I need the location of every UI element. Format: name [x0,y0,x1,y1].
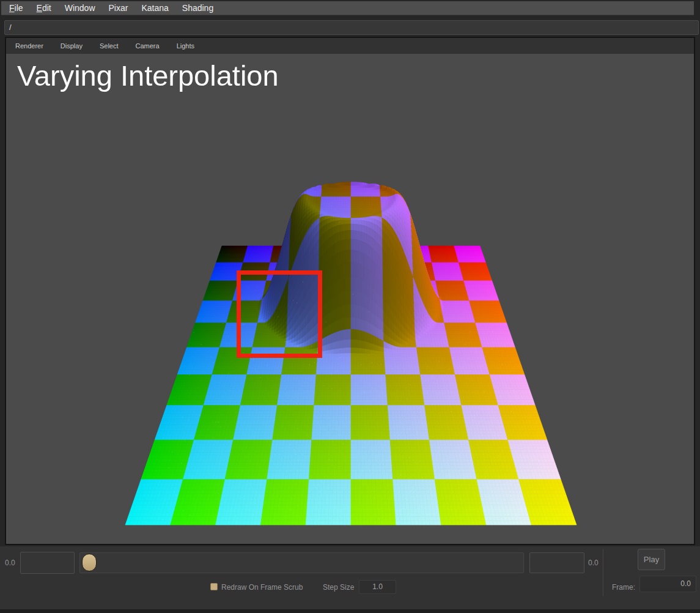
redraw-label: Redraw On Frame Scrub [221,583,303,592]
katana-viewer-window: { "window": { "background": "#262626" },… [0,0,700,613]
frame-slider-handle[interactable] [82,554,97,571]
menu-item-katana[interactable]: Katana [134,1,175,15]
frame-input[interactable]: 0.0 [639,576,696,592]
range-end-label: 0.0 [588,559,599,567]
viewport-menu-display[interactable]: Display [52,38,91,54]
range-start-input[interactable] [20,552,75,574]
range-end-input[interactable] [529,552,584,573]
viewport-menu-renderer[interactable]: Renderer [6,38,52,54]
menu-item-pixar[interactable]: Pixar [102,1,135,15]
viewport-menu-camera[interactable]: Camera [127,38,168,54]
scene-path-input[interactable]: / [4,20,699,35]
frame-slider[interactable] [79,552,524,573]
viewport[interactable]: Varying Interpolation [6,54,694,544]
menu-item-window[interactable]: Window [58,1,102,15]
viewport-menu-lights[interactable]: Lights [168,38,203,54]
render-title-overlay: Varying Interpolation [17,59,279,92]
step-size-label: Step Size [323,583,354,592]
step-size-input[interactable]: 1.0 [359,580,396,594]
menu-bar: FileEditWindowPixarKatanaShading [1,1,694,15]
timeline-bar: 0.0 0.0 Play Redraw On Frame Scrub Step … [0,546,700,613]
render-canvas[interactable] [6,54,694,544]
viewport-panel: RendererDisplaySelectCameraLights Varyin… [5,37,695,545]
menu-item-edit[interactable]: Edit [30,1,58,15]
play-button[interactable]: Play [638,549,665,570]
window-bottom-edge [0,609,700,613]
viewport-toolbar: RendererDisplaySelectCameraLights [6,38,694,54]
menu-item-file[interactable]: File [2,1,30,15]
frame-label: Frame: [612,583,635,592]
menu-item-shading[interactable]: Shading [175,1,220,15]
redraw-checkbox[interactable] [210,583,218,590]
viewport-menu-select[interactable]: Select [91,38,127,54]
timeline-divider [603,549,603,596]
range-start-label: 0.0 [5,559,15,567]
